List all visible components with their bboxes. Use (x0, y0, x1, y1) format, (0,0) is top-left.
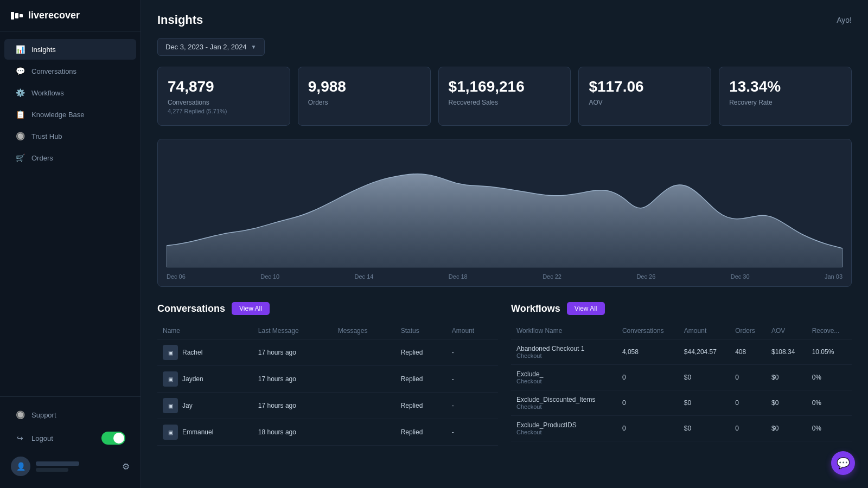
conv-col-header: Messages (333, 323, 395, 339)
workflows-view-all[interactable]: View All (567, 302, 605, 315)
wf-amount: $0 (679, 365, 730, 390)
table-row[interactable]: Exclude_ProductIDS Checkout 0 $0 0 $0 0% (511, 416, 852, 441)
wf-amount: $44,204.57 (679, 339, 730, 365)
logout-icon: ↪ (15, 433, 25, 443)
conv-messages (333, 393, 395, 419)
stat-card-recovery-rate: 13.34% Recovery Rate (719, 67, 852, 126)
chart-x-label: Dec 26 (636, 273, 655, 280)
conversations-header-row: NameLast MessageMessagesStatusAmount (157, 323, 498, 339)
conversations-panel: Conversations View All NameLast MessageM… (157, 302, 498, 446)
chart-x-label: Dec 18 (449, 273, 468, 280)
sidebar-bottom: 🔘 Support ↪ Logout 👤 ⚙ (0, 396, 141, 488)
conv-col-header: Name (157, 323, 253, 339)
wf-name-cell: Exclude_Discounted_Items Checkout (511, 390, 617, 416)
user-info (36, 461, 117, 472)
chart-container: Dec 06Dec 10Dec 14Dec 18Dec 22Dec 26Dec … (157, 139, 852, 287)
wf-conversations: 0 (617, 390, 679, 416)
conversations-body: ▣ Rachel 17 hours ago Replied - ▣ Jayden… (157, 339, 498, 446)
sidebar-item-label: Conversations (31, 67, 76, 75)
conv-status: Replied (395, 339, 446, 366)
orders-icon: 🛒 (15, 153, 25, 163)
stat-label-recovered-sales: Recovered Sales (449, 99, 561, 106)
logo-icon (11, 12, 23, 20)
wf-col-header: Conversations (617, 323, 679, 339)
sidebar-item-label: Workflows (31, 89, 64, 97)
logo[interactable]: liverecover (0, 0, 141, 31)
wf-col-header: Orders (730, 323, 766, 339)
stats-row: 74,879 Conversations 4,277 Replied (5.71… (157, 67, 852, 126)
conversations-icon: 💬 (15, 66, 25, 76)
conversations-view-all[interactable]: View All (232, 302, 270, 315)
table-row[interactable]: Abandoned Checkout 1 Checkout 4,058 $44,… (511, 339, 852, 365)
stat-card-orders: 9,988 Orders (298, 67, 431, 126)
logo-text: liverecover (28, 10, 80, 21)
sidebar-item-label: Orders (31, 154, 53, 162)
conv-avatar: ▣ (163, 398, 178, 413)
wf-col-header: AOV (766, 323, 807, 339)
sidebar-item-label: Support (31, 411, 56, 419)
wf-orders: 0 (730, 416, 766, 441)
chat-widget[interactable]: 💬 (831, 451, 855, 475)
conv-last-message: 17 hours ago (253, 339, 333, 366)
sidebar-item-knowledge-base[interactable]: 📋 Knowledge Base (4, 104, 136, 125)
stat-value-orders: 9,988 (308, 78, 420, 95)
table-row[interactable]: ▣ Emmanuel 18 hours ago Replied - (157, 419, 498, 446)
conv-name-cell: ▣ Jay (157, 393, 253, 419)
workflows-icon: ⚙️ (15, 88, 25, 98)
conv-last-message: 17 hours ago (253, 393, 333, 419)
conversations-title: Conversations (157, 303, 225, 314)
sidebar-item-logout[interactable]: ↪ Logout (4, 426, 136, 450)
settings-icon[interactable]: ⚙ (122, 461, 130, 472)
bottom-section: Conversations View All NameLast MessageM… (157, 302, 852, 446)
chart-x-label: Dec 22 (542, 273, 561, 280)
table-row[interactable]: Exclude_Discounted_Items Checkout 0 $0 0… (511, 390, 852, 416)
stat-value-conversations: 74,879 (168, 78, 280, 95)
sidebar-item-insights[interactable]: 📊 Insights (4, 39, 136, 60)
insights-icon: 📊 (15, 44, 25, 54)
page-title: Insights (157, 13, 203, 27)
chart-x-label: Dec 10 (260, 273, 279, 280)
conv-avatar: ▣ (163, 425, 178, 440)
conv-amount: - (446, 366, 498, 393)
toggle-switch[interactable] (101, 432, 125, 445)
sidebar-item-trust-hub[interactable]: 🔘 Trust Hub (4, 126, 136, 146)
trust-hub-icon: 🔘 (15, 131, 25, 141)
table-row[interactable]: ▣ Rachel 17 hours ago Replied - (157, 339, 498, 366)
wf-amount: $0 (679, 390, 730, 416)
chart-x-label: Dec 30 (731, 273, 750, 280)
wf-recovery: 0% (807, 365, 852, 390)
conv-status: Replied (395, 366, 446, 393)
wf-orders: 0 (730, 365, 766, 390)
sidebar-item-support[interactable]: 🔘 Support (4, 404, 136, 425)
conv-col-header: Last Message (253, 323, 333, 339)
table-row[interactable]: Exclude_ Checkout 0 $0 0 $0 0% (511, 365, 852, 390)
stat-label-recovery-rate: Recovery Rate (729, 99, 841, 106)
stat-label-conversations: Conversations (168, 99, 280, 106)
conv-avatar: ▣ (163, 345, 178, 360)
conv-status: Replied (395, 419, 446, 446)
workflows-header-row: Workflow NameConversationsAmountOrdersAO… (511, 323, 852, 339)
workflows-body: Abandoned Checkout 1 Checkout 4,058 $44,… (511, 339, 852, 441)
knowledge-base-icon: 📋 (15, 110, 25, 119)
table-row[interactable]: ▣ Jay 17 hours ago Replied - (157, 393, 498, 419)
conv-last-message: 18 hours ago (253, 419, 333, 446)
table-row[interactable]: ▣ Jayden 17 hours ago Replied - (157, 366, 498, 393)
conversations-table: NameLast MessageMessagesStatusAmount ▣ R… (157, 323, 498, 446)
wf-name-cell: Abandoned Checkout 1 Checkout (511, 339, 617, 365)
conv-name-cell: ▣ Jayden (157, 366, 253, 393)
workflows-panel: Workflows View All Workflow NameConversa… (511, 302, 852, 446)
sidebar-item-workflows[interactable]: ⚙️ Workflows (4, 82, 136, 103)
sidebar-item-conversations[interactable]: 💬 Conversations (4, 61, 136, 81)
conv-amount: - (446, 339, 498, 366)
sidebar-item-label: Trust Hub (31, 132, 62, 140)
user-row: 👤 ⚙ (0, 451, 141, 481)
area-chart (167, 148, 843, 267)
date-range-picker[interactable]: Dec 3, 2023 - Jan 2, 2024 ▼ (157, 38, 265, 56)
conv-status: Replied (395, 393, 446, 419)
conv-amount: - (446, 393, 498, 419)
sidebar-item-orders[interactable]: 🛒 Orders (4, 147, 136, 168)
stat-value-recovery-rate: 13.34% (729, 78, 841, 95)
stat-card-aov: $117.06 AOV (578, 67, 711, 126)
toggle-knob (113, 433, 124, 444)
conv-messages (333, 419, 395, 446)
